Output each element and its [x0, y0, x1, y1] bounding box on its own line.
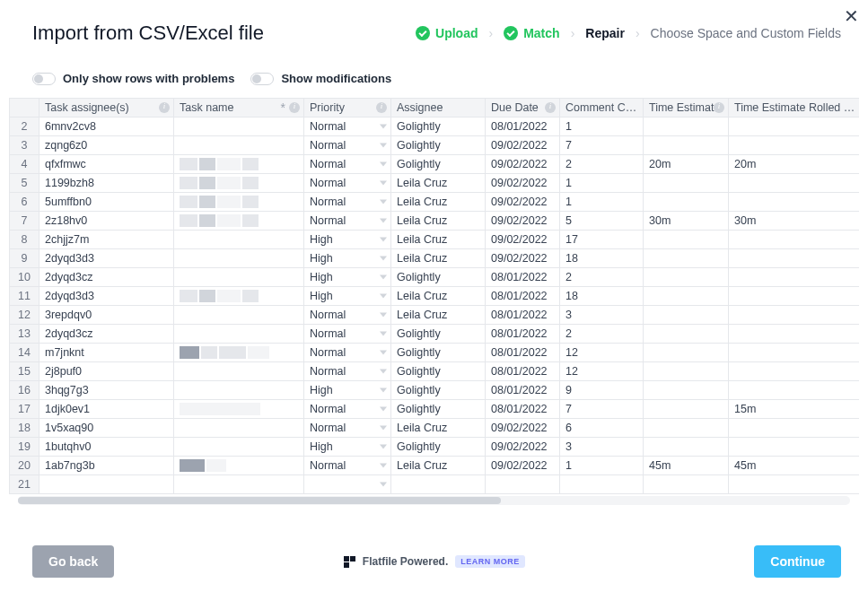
info-icon[interactable]	[714, 102, 724, 113]
row-number[interactable]: 16	[10, 381, 39, 400]
cell-priority[interactable]: Normal	[304, 155, 391, 174]
table-row[interactable]: 72z18hv0NormalLeila Cruz09/02/2022530m30…	[10, 212, 860, 231]
cell-time-rolled[interactable]: 45m	[729, 457, 860, 475]
cell-task-name[interactable]	[174, 362, 304, 381]
cell-time-estimate[interactable]	[644, 136, 729, 155]
cell-task-name[interactable]	[174, 174, 304, 193]
cell-time-estimate[interactable]	[644, 325, 729, 344]
table-row[interactable]: 181v5xaq90NormalLeila Cruz09/02/20226	[10, 419, 860, 438]
dropdown-icon[interactable]	[380, 370, 387, 374]
cell-due-date[interactable]: 08/01/2022	[486, 381, 560, 400]
cell-assignee[interactable]: Golightly	[391, 136, 486, 155]
dropdown-icon[interactable]	[380, 351, 387, 355]
table-row[interactable]: 92dyqd3d3HighLeila Cruz09/02/202218	[10, 249, 860, 268]
cell-assignee[interactable]: Leila Cruz	[391, 174, 486, 193]
cell-priority[interactable]: Normal	[304, 306, 391, 325]
cell-comment-count[interactable]: 18	[560, 249, 644, 268]
table-row[interactable]: 4qfxfmwcNormalGolightly09/02/2022220m20m	[10, 155, 860, 174]
cell-task-assignees[interactable]: 3hqg7g3	[39, 381, 174, 400]
cell-due-date[interactable]: 08/01/2022	[486, 344, 560, 362]
cell-assignee[interactable]: Leila Cruz	[391, 212, 486, 231]
cell-assignee[interactable]: Golightly	[391, 155, 486, 174]
cell-task-name[interactable]	[174, 155, 304, 174]
cell-assignee[interactable]: Leila Cruz	[391, 457, 486, 475]
row-number[interactable]: 11	[10, 287, 39, 306]
dropdown-icon[interactable]	[380, 200, 387, 205]
cell-comment-count[interactable]: 7	[560, 400, 644, 419]
cell-due-date[interactable]: 09/02/2022	[486, 136, 560, 155]
cell-task-name[interactable]	[174, 419, 304, 438]
dropdown-icon[interactable]	[380, 144, 387, 148]
cell-task-assignees[interactable]: m7jnknt	[39, 344, 174, 362]
cell-priority[interactable]: High	[304, 381, 391, 400]
cell-priority[interactable]: Normal	[304, 118, 391, 136]
info-icon[interactable]	[289, 102, 300, 113]
cell-priority[interactable]: Normal	[304, 400, 391, 419]
cell-task-name[interactable]	[174, 118, 304, 136]
cell-time-rolled[interactable]	[729, 118, 860, 136]
cell-task-name[interactable]	[174, 287, 304, 306]
row-number[interactable]: 12	[10, 306, 39, 325]
cell-due-date[interactable]: 08/01/2022	[486, 268, 560, 287]
cell-task-assignees[interactable]: 6mnv2cv8	[39, 118, 174, 136]
cell-time-estimate[interactable]	[644, 362, 729, 381]
cell-assignee[interactable]: Leila Cruz	[391, 249, 486, 268]
row-number[interactable]: 10	[10, 268, 39, 287]
col-due-date[interactable]: Due Date	[486, 99, 560, 118]
cell-priority[interactable]: Normal	[304, 174, 391, 193]
continue-button[interactable]: Continue	[754, 545, 841, 578]
cell-priority[interactable]: Normal	[304, 344, 391, 362]
cell-comment-count[interactable]: 3	[560, 438, 644, 457]
row-number[interactable]: 8	[10, 231, 39, 249]
dropdown-icon[interactable]	[380, 388, 387, 393]
cell-time-estimate[interactable]	[644, 400, 729, 419]
cell-task-assignees[interactable]: 2j8puf0	[39, 362, 174, 381]
cell-priority[interactable]: Normal	[304, 419, 391, 438]
cell-time-estimate[interactable]	[644, 174, 729, 193]
cell-assignee[interactable]: Leila Cruz	[391, 231, 486, 249]
table-row[interactable]: 51199bzh8NormalLeila Cruz09/02/20221	[10, 174, 860, 193]
cell-priority[interactable]	[304, 475, 391, 494]
cell-task-name[interactable]	[174, 136, 304, 155]
cell-comment-count[interactable]: 1	[560, 118, 644, 136]
cell-task-assignees[interactable]: 2dyqd3d3	[39, 287, 174, 306]
table-row[interactable]: 123repdqv0NormalLeila Cruz08/01/20223	[10, 306, 860, 325]
row-number[interactable]: 2	[10, 118, 39, 136]
cell-comment-count[interactable]: 2	[560, 155, 644, 174]
cell-due-date[interactable]: 09/02/2022	[486, 174, 560, 193]
cell-due-date[interactable]: 09/02/2022	[486, 212, 560, 231]
cell-time-estimate[interactable]	[644, 231, 729, 249]
cell-time-rolled[interactable]	[729, 325, 860, 344]
learn-more-badge[interactable]: LEARN MORE	[455, 555, 525, 568]
toggle-modifications[interactable]: Show modifications	[250, 72, 391, 85]
cell-time-rolled[interactable]	[729, 362, 860, 381]
dropdown-icon[interactable]	[380, 181, 387, 186]
horizontal-scrollbar[interactable]	[18, 496, 850, 505]
row-number[interactable]: 18	[10, 419, 39, 438]
dropdown-icon[interactable]	[380, 257, 387, 261]
cell-due-date[interactable]	[486, 475, 560, 494]
info-icon[interactable]	[159, 102, 170, 113]
cell-task-assignees[interactable]: 2chjjz7m	[39, 231, 174, 249]
info-icon[interactable]	[376, 102, 387, 113]
cell-comment-count[interactable]: 2	[560, 268, 644, 287]
cell-comment-count[interactable]: 6	[560, 419, 644, 438]
cell-comment-count[interactable]: 5	[560, 212, 644, 231]
row-number[interactable]: 21	[10, 475, 39, 494]
data-table[interactable]: Task assignee(s) Task name* Priority Ass…	[9, 98, 859, 494]
cell-task-assignees[interactable]: 3repdqv0	[39, 306, 174, 325]
table-row[interactable]: 132dyqd3czNormalGolightly08/01/20222	[10, 325, 860, 344]
dropdown-icon[interactable]	[380, 294, 387, 299]
cell-time-estimate[interactable]	[644, 344, 729, 362]
cell-task-assignees[interactable]: zqng6z0	[39, 136, 174, 155]
cell-priority[interactable]: High	[304, 268, 391, 287]
table-row[interactable]: 191butqhv0HighGolightly09/02/20223	[10, 438, 860, 457]
col-time-estimate[interactable]: Time Estimate	[644, 99, 729, 118]
cell-assignee[interactable]: Leila Cruz	[391, 287, 486, 306]
col-rownum[interactable]	[10, 99, 39, 118]
cell-priority[interactable]: High	[304, 231, 391, 249]
cell-time-estimate[interactable]	[644, 268, 729, 287]
cell-task-name[interactable]	[174, 381, 304, 400]
table-row[interactable]: 82chjjz7mHighLeila Cruz09/02/202217	[10, 231, 860, 249]
cell-comment-count[interactable]: 9	[560, 381, 644, 400]
